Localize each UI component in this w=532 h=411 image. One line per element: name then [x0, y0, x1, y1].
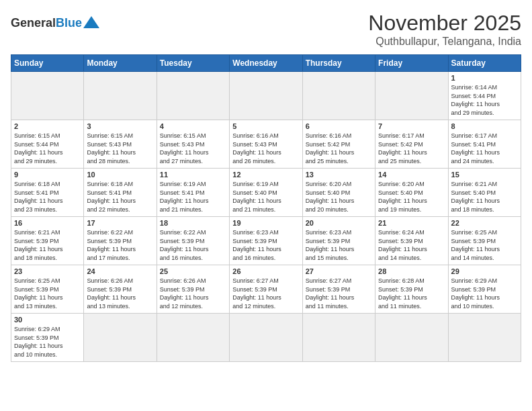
calendar-page: General Blue November 2025 Quthbullapur,…: [0, 0, 532, 369]
calendar-cell: [84, 314, 157, 362]
day-number: 30: [14, 316, 81, 324]
location-text: Quthbullapur, Telangana, India: [368, 36, 521, 48]
day-number: 18: [160, 219, 226, 227]
calendar-cell: 29Sunrise: 6:29 AMSunset: 5:39 PMDayligh…: [448, 265, 521, 314]
day-number: 28: [378, 267, 445, 275]
day-info: Sunrise: 6:18 AMSunset: 5:41 PMDaylight:…: [14, 180, 81, 214]
day-info: Sunrise: 6:24 AMSunset: 5:39 PMDaylight:…: [378, 228, 445, 262]
calendar-body: 1Sunrise: 6:14 AMSunset: 5:44 PMDaylight…: [11, 72, 521, 362]
day-info: Sunrise: 6:19 AMSunset: 5:41 PMDaylight:…: [160, 180, 226, 214]
day-number: 17: [87, 219, 153, 227]
calendar-week-5: 30Sunrise: 6:29 AMSunset: 5:39 PMDayligh…: [11, 314, 521, 362]
day-info: Sunrise: 6:21 AMSunset: 5:40 PMDaylight:…: [451, 180, 518, 214]
day-number: 5: [232, 122, 299, 130]
day-info: Sunrise: 6:16 AMSunset: 5:43 PMDaylight:…: [232, 132, 299, 165]
day-number: 13: [306, 171, 372, 179]
day-info: Sunrise: 6:26 AMSunset: 5:39 PMDaylight:…: [87, 277, 153, 310]
weekday-header-friday: Friday: [375, 55, 448, 72]
calendar-cell: 10Sunrise: 6:18 AMSunset: 5:41 PMDayligh…: [84, 169, 157, 217]
day-number: 22: [451, 219, 518, 227]
calendar-week-3: 16Sunrise: 6:21 AMSunset: 5:39 PMDayligh…: [11, 217, 521, 265]
day-info: Sunrise: 6:27 AMSunset: 5:39 PMDaylight:…: [232, 277, 299, 310]
weekday-header-wednesday: Wednesday: [230, 55, 302, 72]
calendar-cell: [11, 72, 84, 120]
calendar-cell: 23Sunrise: 6:25 AMSunset: 5:39 PMDayligh…: [11, 265, 84, 314]
calendar-cell: 5Sunrise: 6:16 AMSunset: 5:43 PMDaylight…: [230, 120, 302, 169]
day-number: 23: [14, 267, 81, 275]
day-info: Sunrise: 6:15 AMSunset: 5:44 PMDaylight:…: [14, 132, 81, 165]
calendar-cell: [302, 72, 375, 120]
calendar-cell: 25Sunrise: 6:26 AMSunset: 5:39 PMDayligh…: [157, 265, 229, 314]
day-number: 19: [232, 219, 299, 227]
day-number: 6: [306, 122, 372, 130]
calendar-cell: [302, 314, 375, 362]
calendar-cell: 8Sunrise: 6:17 AMSunset: 5:41 PMDaylight…: [448, 120, 521, 169]
day-number: 2: [14, 122, 81, 130]
calendar-cell: [157, 314, 229, 362]
header: General Blue November 2025 Quthbullapur,…: [11, 11, 521, 48]
day-info: Sunrise: 6:29 AMSunset: 5:39 PMDaylight:…: [451, 277, 518, 310]
day-info: Sunrise: 6:27 AMSunset: 5:39 PMDaylight:…: [306, 277, 372, 310]
month-title: November 2025: [368, 11, 521, 36]
day-number: 27: [306, 267, 372, 275]
calendar-week-0: 1Sunrise: 6:14 AMSunset: 5:44 PMDaylight…: [11, 72, 521, 120]
day-info: Sunrise: 6:26 AMSunset: 5:39 PMDaylight:…: [160, 277, 226, 310]
day-number: 25: [160, 267, 226, 275]
day-info: Sunrise: 6:17 AMSunset: 5:42 PMDaylight:…: [378, 132, 445, 165]
day-number: 24: [87, 267, 153, 275]
day-info: Sunrise: 6:16 AMSunset: 5:42 PMDaylight:…: [306, 132, 372, 165]
calendar-cell: [230, 314, 302, 362]
calendar-cell: [84, 72, 157, 120]
day-info: Sunrise: 6:28 AMSunset: 5:39 PMDaylight:…: [378, 277, 445, 310]
day-info: Sunrise: 6:19 AMSunset: 5:40 PMDaylight:…: [232, 180, 299, 214]
calendar-cell: 14Sunrise: 6:20 AMSunset: 5:40 PMDayligh…: [375, 169, 448, 217]
day-number: 21: [378, 219, 445, 227]
day-number: 11: [160, 171, 226, 179]
calendar-cell: 18Sunrise: 6:22 AMSunset: 5:39 PMDayligh…: [157, 217, 229, 265]
day-number: 3: [87, 122, 153, 130]
day-number: 10: [87, 171, 153, 179]
calendar-cell: 2Sunrise: 6:15 AMSunset: 5:44 PMDaylight…: [11, 120, 84, 169]
logo-icon: [82, 13, 101, 32]
calendar-header: SundayMondayTuesdayWednesdayThursdayFrid…: [11, 55, 521, 72]
day-info: Sunrise: 6:21 AMSunset: 5:39 PMDaylight:…: [14, 228, 81, 262]
day-number: 26: [232, 267, 299, 275]
weekday-header-sunday: Sunday: [11, 55, 84, 72]
day-number: 1: [451, 74, 518, 82]
calendar-cell: 17Sunrise: 6:22 AMSunset: 5:39 PMDayligh…: [84, 217, 157, 265]
day-info: Sunrise: 6:22 AMSunset: 5:39 PMDaylight:…: [160, 228, 226, 262]
title-block: November 2025 Quthbullapur, Telangana, I…: [368, 11, 521, 48]
calendar-cell: 28Sunrise: 6:28 AMSunset: 5:39 PMDayligh…: [375, 265, 448, 314]
day-info: Sunrise: 6:23 AMSunset: 5:39 PMDaylight:…: [306, 228, 372, 262]
day-number: 12: [232, 171, 299, 179]
weekday-header-thursday: Thursday: [302, 55, 375, 72]
calendar-cell: 4Sunrise: 6:15 AMSunset: 5:43 PMDaylight…: [157, 120, 229, 169]
calendar-cell: [448, 314, 521, 362]
day-info: Sunrise: 6:22 AMSunset: 5:39 PMDaylight:…: [87, 228, 153, 262]
calendar-cell: 13Sunrise: 6:20 AMSunset: 5:40 PMDayligh…: [302, 169, 375, 217]
day-number: 8: [451, 122, 518, 130]
calendar-cell: 9Sunrise: 6:18 AMSunset: 5:41 PMDaylight…: [11, 169, 84, 217]
calendar-cell: 22Sunrise: 6:25 AMSunset: 5:39 PMDayligh…: [448, 217, 521, 265]
day-number: 20: [306, 219, 372, 227]
calendar-cell: 16Sunrise: 6:21 AMSunset: 5:39 PMDayligh…: [11, 217, 84, 265]
day-info: Sunrise: 6:14 AMSunset: 5:44 PMDaylight:…: [451, 83, 518, 117]
day-info: Sunrise: 6:18 AMSunset: 5:41 PMDaylight:…: [87, 180, 153, 214]
calendar-cell: 19Sunrise: 6:23 AMSunset: 5:39 PMDayligh…: [230, 217, 302, 265]
calendar-cell: 11Sunrise: 6:19 AMSunset: 5:41 PMDayligh…: [157, 169, 229, 217]
calendar-cell: 24Sunrise: 6:26 AMSunset: 5:39 PMDayligh…: [84, 265, 157, 314]
svg-marker-0: [83, 16, 99, 28]
calendar-cell: [157, 72, 229, 120]
logo-text: General Blue: [11, 13, 101, 32]
calendar-table: SundayMondayTuesdayWednesdayThursdayFrid…: [11, 54, 521, 362]
day-number: 16: [14, 219, 81, 227]
weekday-header-saturday: Saturday: [448, 55, 521, 72]
calendar-cell: [375, 72, 448, 120]
weekday-header-tuesday: Tuesday: [157, 55, 229, 72]
calendar-cell: 3Sunrise: 6:15 AMSunset: 5:43 PMDaylight…: [84, 120, 157, 169]
calendar-cell: 6Sunrise: 6:16 AMSunset: 5:42 PMDaylight…: [302, 120, 375, 169]
day-info: Sunrise: 6:17 AMSunset: 5:41 PMDaylight:…: [451, 132, 518, 165]
header-row: SundayMondayTuesdayWednesdayThursdayFrid…: [11, 55, 521, 72]
day-info: Sunrise: 6:25 AMSunset: 5:39 PMDaylight:…: [14, 277, 81, 310]
calendar-cell: 27Sunrise: 6:27 AMSunset: 5:39 PMDayligh…: [302, 265, 375, 314]
